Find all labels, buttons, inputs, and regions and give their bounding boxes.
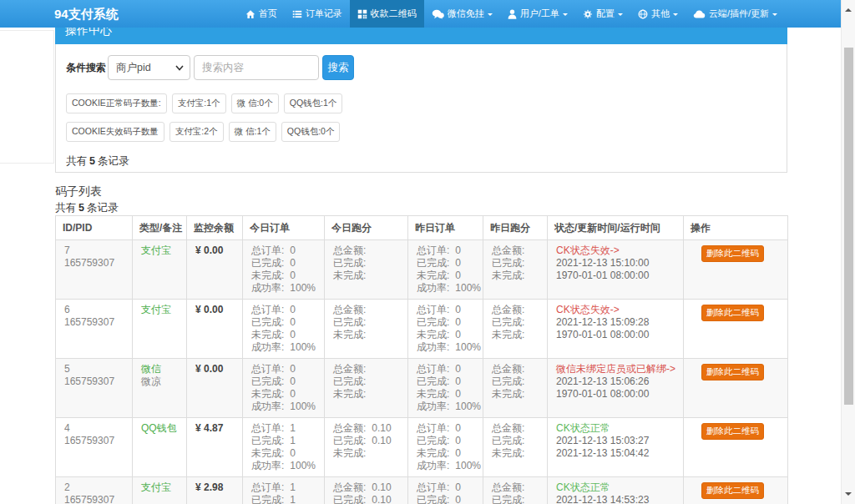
cell-line: 未完成: bbox=[492, 388, 539, 401]
cell-line: 2021-12-13 15:10:00 bbox=[556, 257, 675, 270]
cell-action: 删除此二维码 bbox=[684, 477, 788, 504]
column-header: 昨日订单 bbox=[408, 216, 483, 240]
stat-button[interactable]: 微 信:1个 bbox=[229, 122, 276, 142]
stat-button[interactable]: COOKIE失效码子数量 bbox=[66, 122, 164, 142]
table-row: 2165759307支付宝¥ 2.98总订单:1已完成:1未完成:0成功率:10… bbox=[56, 477, 788, 504]
home-icon bbox=[245, 9, 255, 19]
delete-qrcode-button[interactable]: 删除此二维码 bbox=[701, 482, 764, 499]
cell-line: 总订单:0 bbox=[417, 422, 474, 435]
cell-balance: ¥ 0.00 bbox=[187, 300, 243, 359]
cell-line: 未完成: bbox=[492, 270, 539, 282]
cell-today-run: 总金额:0.10已完成:0.10未完成: bbox=[325, 477, 408, 504]
delete-qrcode-button[interactable]: 删除此二维码 bbox=[701, 364, 764, 381]
stat-button[interactable]: QQ钱包:1个 bbox=[284, 93, 343, 113]
cell-today-orders: 总订单:1已完成:1未完成:0成功率:100% bbox=[243, 418, 325, 477]
cell-status: CK状态正常2021-12-13 15:03:272021-12-13 15:0… bbox=[548, 418, 684, 477]
cell-line: 成功率:100% bbox=[251, 282, 316, 295]
cell-line: 未完成: bbox=[333, 270, 399, 282]
delete-qrcode-button[interactable]: 删除此二维码 bbox=[701, 423, 764, 440]
cell-action: 删除此二维码 bbox=[684, 240, 788, 300]
cell-line: 支付宝 bbox=[141, 481, 178, 494]
column-header: 操作 bbox=[684, 216, 788, 240]
cell-yesterday-run: 总金额:已完成:未完成: bbox=[483, 477, 548, 504]
cell-line: 2 bbox=[64, 481, 124, 494]
column-header: 昨日跑分 bbox=[483, 216, 548, 240]
nav-item-6[interactable]: 配置 bbox=[575, 0, 630, 28]
cell-type: 微信微凉 bbox=[133, 359, 187, 418]
cell-line: 未完成:0 bbox=[417, 447, 474, 460]
cell-line: 总金额:0.10 bbox=[333, 422, 399, 435]
stat-button[interactable]: 支付宝:2个 bbox=[169, 122, 224, 142]
scroll-up-arrow-icon[interactable] bbox=[845, 5, 852, 12]
stat-button[interactable]: COOKIE正常码子数量: bbox=[66, 93, 167, 113]
cell-line: 已完成: bbox=[492, 257, 539, 270]
list-icon bbox=[292, 9, 302, 19]
delete-qrcode-button[interactable]: 删除此二维码 bbox=[701, 245, 764, 262]
delete-qrcode-button[interactable]: 删除此二维码 bbox=[701, 305, 764, 321]
cell-line: 支付宝 bbox=[141, 304, 178, 316]
cell-line: 2021-12-13 14:53:23 bbox=[556, 494, 675, 504]
nav-item-4[interactable]: 微信免挂 bbox=[424, 0, 500, 28]
nav-item-2[interactable]: 订单记录 bbox=[285, 0, 350, 28]
scroll-down-arrow-icon[interactable] bbox=[845, 492, 852, 499]
nav-item-label: 用户/工单 bbox=[520, 8, 559, 20]
cell-line: 2021-12-13 15:04:42 bbox=[556, 447, 675, 460]
cell-id-pid: 2165759307 bbox=[56, 477, 133, 504]
cell-line: 2021-12-13 15:03:27 bbox=[556, 435, 675, 447]
nav-item-label: 微信免挂 bbox=[448, 8, 484, 20]
user-icon bbox=[508, 9, 517, 19]
nav-item-label: 配置 bbox=[596, 8, 615, 20]
cell-status: CK状态失效->2021-12-13 15:09:281970-01-01 08… bbox=[548, 300, 684, 359]
nav-item-7[interactable]: 其他 bbox=[630, 0, 686, 28]
cell-today-orders: 总订单:0已完成:0未完成:0成功率:100% bbox=[243, 300, 325, 359]
nav-item-8[interactable]: 云端/插件/更新 bbox=[686, 0, 785, 28]
cell-line: CK状态正常 bbox=[556, 481, 675, 494]
cell-line: 已完成: bbox=[492, 375, 539, 388]
app-brand[interactable]: 94支付系统 bbox=[54, 0, 119, 28]
cell-yesterday-run: 总金额:已完成:未完成: bbox=[483, 240, 548, 300]
cell-balance: ¥ 4.87 bbox=[187, 418, 243, 477]
records-count: 共有5条记录 bbox=[66, 154, 777, 169]
cell-line: 已完成:0 bbox=[417, 316, 474, 329]
cell-line: 未完成:0 bbox=[417, 270, 474, 282]
cell-line: 总订单:0 bbox=[417, 244, 474, 257]
cell-line: 已完成: bbox=[492, 435, 539, 447]
search-button[interactable]: 搜索 bbox=[322, 55, 354, 80]
cell-line: 总订单:0 bbox=[417, 304, 474, 316]
main-nav: 首页订单记录收款二维码微信免挂用户/工单配置其他云端/插件/更新 bbox=[238, 0, 785, 28]
cell-line: 未完成: bbox=[333, 447, 399, 460]
scrollbar-thumb[interactable] bbox=[844, 48, 853, 405]
nav-item-label: 订单记录 bbox=[306, 8, 342, 20]
vertical-scrollbar[interactable] bbox=[841, 0, 855, 504]
search-type-select[interactable]: 商户pid bbox=[108, 55, 190, 80]
cell-line: 支付宝 bbox=[141, 244, 178, 257]
cell-line: 165759307 bbox=[64, 375, 124, 388]
cell-yesterday-orders: 总订单:0已完成:0未完成:0成功率:100% bbox=[408, 359, 483, 418]
cookie-fail-stats: COOKIE失效码子数量支付宝:2个微 信:1个QQ钱包:0个 bbox=[66, 122, 777, 142]
stat-button[interactable]: 微 信:0个 bbox=[231, 93, 279, 113]
cell-line: 已完成:0.10 bbox=[333, 494, 399, 504]
nav-item-3[interactable]: 收款二维码 bbox=[350, 0, 424, 28]
cell-line: 已完成:0 bbox=[417, 257, 474, 270]
cell-today-run: 总金额:已完成:未完成: bbox=[325, 300, 408, 359]
caret-down-icon bbox=[618, 13, 623, 18]
stat-button[interactable]: 支付宝:1个 bbox=[172, 93, 226, 113]
cell-id-pid: 7165759307 bbox=[56, 240, 133, 300]
nav-item-5[interactable]: 用户/工单 bbox=[500, 0, 575, 28]
cell-line: 已完成:0 bbox=[251, 375, 316, 388]
cell-line: 已完成: bbox=[492, 316, 539, 329]
cell-balance: ¥ 0.00 bbox=[187, 359, 243, 418]
cell-line: 165759307 bbox=[64, 257, 124, 270]
cell-line: 未完成:0 bbox=[251, 329, 316, 341]
cell-line: 已完成: bbox=[333, 257, 399, 270]
cell-line: CK状态失效-> bbox=[556, 304, 675, 316]
stat-button[interactable]: QQ钱包:0个 bbox=[281, 122, 341, 142]
cell-type: 支付宝 bbox=[133, 477, 187, 504]
search-input[interactable] bbox=[194, 55, 319, 80]
cell-line: 总金额: bbox=[333, 244, 399, 257]
column-header: 今日跑分 bbox=[325, 216, 408, 240]
nav-item-1[interactable]: 首页 bbox=[238, 0, 285, 28]
cell-line: 5 bbox=[64, 363, 124, 375]
cell-line: 总订单:0 bbox=[251, 304, 316, 316]
cell-line: CK状态失效-> bbox=[556, 244, 675, 257]
